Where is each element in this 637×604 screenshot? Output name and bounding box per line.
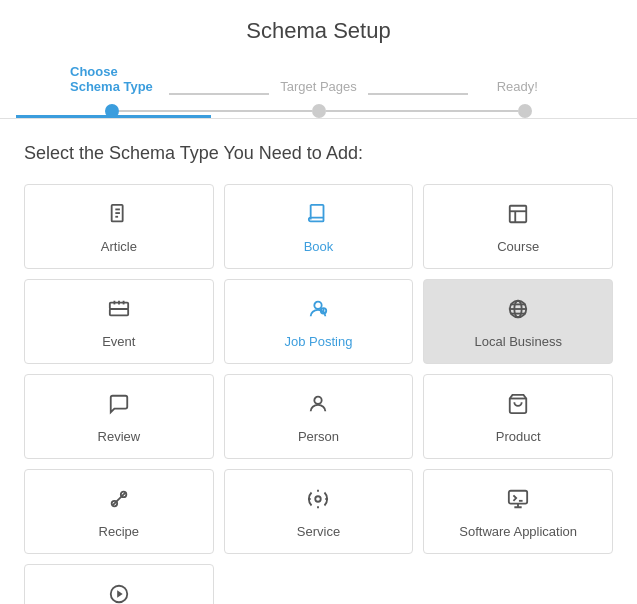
svg-rect-26 <box>509 491 527 504</box>
step-target-pages[interactable]: Target Pages <box>269 79 368 102</box>
schema-card-article[interactable]: Article <box>24 184 214 269</box>
event-label: Event <box>102 334 135 349</box>
svg-point-12 <box>315 302 322 309</box>
article-label: Article <box>101 239 137 254</box>
schema-card-course[interactable]: Course <box>423 184 613 269</box>
step-choose-schema[interactable]: Choose Schema Type <box>70 64 169 102</box>
software-application-label: Software Application <box>459 524 577 539</box>
section-title: Select the Schema Type You Need to Add: <box>24 143 613 164</box>
schema-card-local-business[interactable]: Local Business <box>423 279 613 364</box>
step-choose-schema-label: Choose Schema Type <box>70 64 169 94</box>
svg-line-22 <box>112 493 125 506</box>
service-label: Service <box>297 524 340 539</box>
schema-card-product[interactable]: Product <box>423 374 613 459</box>
step-line-1 <box>119 110 312 112</box>
article-icon <box>108 203 130 231</box>
book-label: Book <box>304 239 334 254</box>
recipe-icon <box>108 488 130 516</box>
schema-card-review[interactable]: Review <box>24 374 214 459</box>
svg-rect-4 <box>510 206 527 223</box>
schema-card-service[interactable]: Service <box>224 469 414 554</box>
schema-card-software-application[interactable]: Software Application <box>423 469 613 554</box>
step-dot-2 <box>312 104 326 118</box>
recipe-label: Recipe <box>99 524 139 539</box>
schema-card-event[interactable]: Event <box>24 279 214 364</box>
person-icon <box>307 393 329 421</box>
review-icon <box>108 393 130 421</box>
job-posting-label: Job Posting <box>285 334 353 349</box>
software-application-icon <box>507 488 529 516</box>
svg-marker-29 <box>117 590 123 597</box>
svg-point-25 <box>316 496 322 502</box>
schema-card-recipe[interactable]: Recipe <box>24 469 214 554</box>
review-label: Review <box>98 429 141 444</box>
event-icon <box>108 298 130 326</box>
product-label: Product <box>496 429 541 444</box>
main-content: Select the Schema Type You Need to Add: … <box>0 119 637 604</box>
service-icon <box>307 488 329 516</box>
step-target-pages-label: Target Pages <box>280 79 357 94</box>
book-icon <box>307 203 329 231</box>
step-dot-1 <box>105 104 119 118</box>
svg-point-20 <box>315 397 322 404</box>
schema-card-book[interactable]: Book <box>224 184 414 269</box>
svg-rect-8 <box>110 309 128 315</box>
person-label: Person <box>298 429 339 444</box>
step-dot-3 <box>518 104 532 118</box>
step-ready[interactable]: Ready! <box>468 79 567 102</box>
schema-card-person[interactable]: Person <box>224 374 414 459</box>
step-line-2 <box>326 110 519 112</box>
course-icon <box>507 203 529 231</box>
product-icon <box>507 393 529 421</box>
local-business-label: Local Business <box>474 334 561 349</box>
step-ready-label: Ready! <box>497 79 538 94</box>
video-object-icon <box>108 583 130 604</box>
schema-grid: Article Book Course <box>24 184 613 604</box>
job-posting-icon <box>307 298 329 326</box>
course-label: Course <box>497 239 539 254</box>
schema-card-job-posting[interactable]: Job Posting <box>224 279 414 364</box>
local-business-icon <box>507 298 529 326</box>
schema-card-video-object[interactable]: Video Object <box>24 564 214 604</box>
page-title: Schema Setup <box>0 0 637 54</box>
